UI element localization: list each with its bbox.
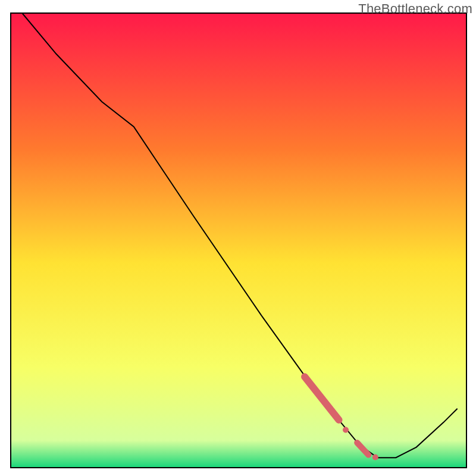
chart-svg (0, 0, 476, 476)
highlight-dot (372, 454, 378, 460)
highlight-dot (343, 427, 349, 433)
chart-background (11, 13, 466, 468)
chart-stage: TheBottleneck.com (0, 0, 476, 476)
watermark-text: TheBottleneck.com (358, 1, 472, 17)
